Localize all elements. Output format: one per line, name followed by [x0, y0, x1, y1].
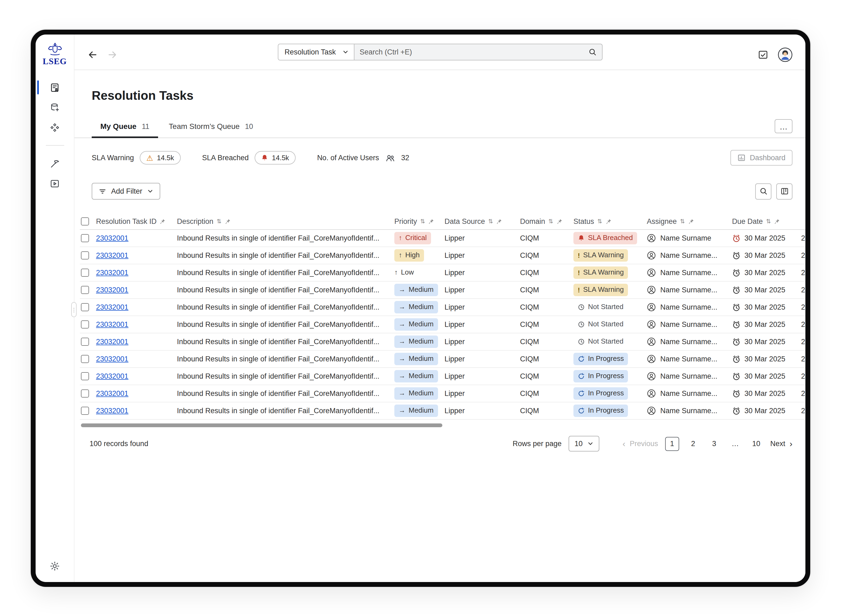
sidebar-item-modules[interactable]: [45, 120, 65, 134]
page-number-button[interactable]: 10: [749, 437, 763, 451]
sort-icon[interactable]: ⇅: [217, 218, 222, 225]
task-id-link[interactable]: 23032001: [96, 268, 128, 277]
task-id-link[interactable]: 23032001: [96, 303, 128, 311]
pin-icon[interactable]: [496, 219, 502, 224]
task-id-link[interactable]: 23032001: [96, 286, 128, 294]
search-input[interactable]: [360, 48, 588, 56]
column-header-description[interactable]: Description ⇅: [177, 217, 394, 226]
pickaxe-icon: [50, 158, 60, 169]
row-checkbox[interactable]: [81, 338, 89, 346]
row-checkbox[interactable]: [81, 303, 89, 311]
table-row: 23032001 Inbound Results in single of id…: [80, 368, 806, 385]
task-id-link[interactable]: 23032001: [96, 234, 128, 242]
task-id-link[interactable]: 23032001: [96, 389, 128, 397]
pin-icon[interactable]: [225, 219, 231, 224]
back-button[interactable]: [87, 50, 98, 60]
user-avatar[interactable]: [778, 47, 793, 62]
dashboard-button[interactable]: Dashboard: [730, 150, 793, 166]
priority-arrow-icon: →: [399, 287, 405, 293]
data-source-value: Lipper: [445, 286, 520, 294]
pin-icon[interactable]: [606, 219, 612, 224]
column-settings-button[interactable]: [776, 183, 793, 199]
sort-icon[interactable]: ⇅: [766, 218, 771, 225]
row-checkbox[interactable]: [81, 251, 89, 260]
task-id-link[interactable]: 23032001: [96, 355, 128, 363]
task-id-link[interactable]: 23032001: [96, 338, 128, 346]
dashboard-icon: [737, 154, 746, 162]
due-time-clipped: 23: [800, 355, 806, 363]
task-id-link[interactable]: 23032001: [96, 372, 128, 380]
row-checkbox[interactable]: [81, 389, 89, 397]
row-checkbox[interactable]: [81, 355, 89, 363]
column-header-task-id[interactable]: Resolution Task ID: [96, 217, 177, 226]
page-number-button[interactable]: 1: [665, 437, 679, 451]
row-checkbox[interactable]: [81, 234, 89, 242]
add-filter-button[interactable]: Add Filter: [92, 183, 160, 199]
sort-icon[interactable]: ⇅: [548, 218, 553, 225]
column-header-assignee[interactable]: Assignee ⇅: [647, 217, 732, 226]
tab[interactable]: Team Storm’s Queue 10: [160, 117, 262, 138]
rows-per-page-select[interactable]: 10: [569, 436, 599, 452]
priority-badge: → Medium: [394, 301, 438, 313]
task-id-link[interactable]: 23032001: [96, 407, 128, 415]
clock-icon: [578, 304, 585, 311]
table-search-button[interactable]: [755, 183, 771, 199]
data-source-value: Lipper: [445, 251, 520, 260]
sidebar-divider: [45, 145, 64, 146]
sort-icon[interactable]: ⇅: [488, 218, 493, 225]
task-description: Inbound Results in single of identifier …: [177, 338, 394, 346]
pin-icon[interactable]: [774, 219, 780, 224]
row-checkbox[interactable]: [81, 286, 89, 294]
app-window: LSEG: [31, 30, 810, 587]
column-header-due-date[interactable]: Due Date ⇅: [732, 217, 800, 226]
sidebar-item-tools[interactable]: [45, 157, 65, 170]
sort-icon[interactable]: ⇅: [597, 218, 602, 225]
data-source-value: Lipper: [445, 338, 520, 346]
row-checkbox[interactable]: [81, 372, 89, 380]
page-number-button[interactable]: …: [728, 437, 742, 451]
next-page-button[interactable]: Next ›: [771, 439, 793, 448]
pin-icon[interactable]: [428, 219, 434, 224]
table-row: 23032001 Inbound Results in single of id…: [80, 316, 806, 333]
row-checkbox[interactable]: [81, 268, 89, 277]
page-number-button[interactable]: 2: [686, 437, 700, 451]
status-badge: ! In Progress: [574, 353, 628, 365]
priority-arrow-icon: →: [399, 304, 405, 311]
row-checkbox[interactable]: [81, 320, 89, 329]
forward-button[interactable]: [107, 50, 117, 60]
alarm-clock-icon: [732, 234, 741, 242]
chevron-down-icon: [587, 441, 593, 447]
sort-icon[interactable]: ⇅: [420, 218, 425, 225]
column-header-domain[interactable]: Domain ⇅: [520, 217, 574, 226]
sla-breached-chip: 14.5k: [255, 151, 296, 164]
status-badge: ! In Progress: [574, 370, 628, 383]
status-badge: ! SLA Breached: [574, 232, 637, 244]
pin-icon[interactable]: [160, 219, 166, 224]
select-all-checkbox[interactable]: [81, 217, 89, 226]
search-scope-select[interactable]: Resolution Task: [277, 44, 354, 60]
tab[interactable]: My Queue 11: [92, 117, 158, 138]
horizontal-scrollbar-thumb[interactable]: [81, 424, 442, 427]
table-row: 23032001 Inbound Results in single of id…: [80, 264, 806, 282]
sidebar-item-sessions[interactable]: [45, 176, 65, 191]
previous-page-button[interactable]: ‹ Previous: [622, 439, 658, 448]
column-header-data-source[interactable]: Data Source ⇅: [445, 217, 520, 226]
search-icon[interactable]: [588, 48, 596, 56]
sidebar-resize-handle[interactable]: ⋮: [71, 302, 76, 317]
page-number-button[interactable]: 3: [707, 437, 721, 451]
row-checkbox[interactable]: [81, 407, 89, 415]
task-id-link[interactable]: 23032001: [96, 251, 128, 260]
tabs: My Queue 11 Team Storm’s Queue 10: [92, 117, 262, 138]
due-time-clipped: 23: [800, 407, 806, 415]
sidebar-item-data-store[interactable]: [45, 100, 65, 114]
column-header-priority[interactable]: Priority ⇅: [394, 217, 445, 226]
inbox-check-button[interactable]: [758, 50, 768, 60]
tab-overflow-button[interactable]: …: [775, 119, 793, 133]
sort-icon[interactable]: ⇅: [680, 218, 685, 225]
column-header-status[interactable]: Status ⇅: [574, 217, 647, 226]
settings-button[interactable]: [50, 561, 60, 571]
sidebar-item-resolution-tasks[interactable]: [45, 81, 65, 94]
task-id-link[interactable]: 23032001: [96, 320, 128, 329]
pin-icon[interactable]: [688, 219, 694, 224]
pin-icon[interactable]: [557, 219, 563, 224]
